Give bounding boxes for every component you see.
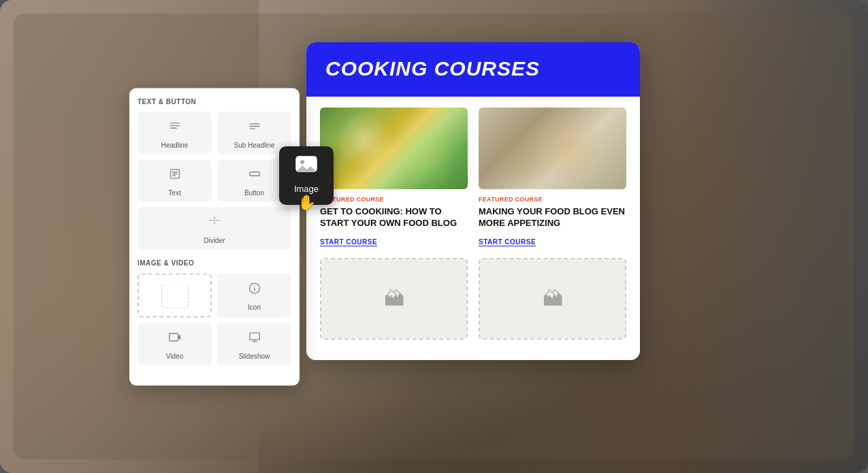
text-icon [167,166,182,186]
placeholder-mountain-3: 🏔 [384,287,404,310]
svg-rect-19 [249,333,259,340]
course-card-3: 🏔 [320,258,468,346]
divider-svg [207,214,222,229]
image-video-section: IMAGE & VIDEO Icon [138,259,291,365]
site-preview: COOKING COURSES Featured Course GET TO C… [306,42,640,360]
image-video-title: IMAGE & VIDEO [138,259,291,266]
svg-point-16 [254,285,255,286]
image-drag-svg [295,156,317,175]
icon-label: Icon [248,304,261,311]
sub-headline-svg [247,118,262,133]
video-svg [167,329,182,344]
drag-tooltip-label: Image [294,184,319,194]
course-2-name: MAKING YOUR FOOD BLOG EVEN MORE APPETIZI… [479,206,626,229]
text-button-grid: Headline Sub Headline [138,112,291,249]
button-icon [247,166,262,186]
sub-headline-icon [247,118,262,138]
site-content: Featured Course GET TO COOKIING: HOW TO … [306,97,640,360]
headline-item[interactable]: Headline [138,112,212,154]
divider-icon [207,214,222,233]
course-img-4-placeholder: 🏔 [479,258,626,340]
sub-headline-item[interactable]: Sub Headline [217,112,291,154]
element-panel: TEXT & BUTTON Headline [129,88,300,385]
text-button-title: TEXT & BUTTON [138,97,291,105]
placeholder-3-inner: 🏔 [321,259,466,338]
courses-grid: Featured Course GET TO COOKIING: HOW TO … [320,108,626,346]
video-item[interactable]: Video [138,323,212,365]
sub-headline-label: Sub Headline [234,141,274,148]
course-img-3-placeholder: 🏔 [320,258,468,340]
course-1-cta[interactable]: START COURSE [320,238,377,246]
button-label: Button [244,189,264,196]
text-item[interactable]: Text [138,159,212,201]
course-2-tag: Featured Course [479,196,626,203]
placeholder-mountain-4: 🏔 [543,287,563,310]
course-card-1: Featured Course GET TO COOKIING: HOW TO … [320,108,468,247]
drag-image-icon [295,156,317,180]
course-2-cta[interactable]: START COURSE [479,238,536,246]
image-placeholder-item[interactable] [138,273,212,317]
headline-svg [167,118,182,133]
svg-rect-10 [249,172,259,176]
headline-icon [167,118,182,138]
course-img-2 [479,108,626,189]
icon-item[interactable]: Icon [217,273,291,317]
drag-cursor-icon: ✋ [298,194,316,212]
course-1-tag: Featured Course [320,196,468,203]
text-svg [167,166,182,181]
slideshow-item[interactable]: Slideshow [217,323,291,365]
svg-marker-12 [214,217,215,218]
slideshow-icon [247,329,262,349]
course-1-name: GET TO COOKIING: HOW TO START YOUR OWN F… [320,206,468,229]
main-wrapper: TEXT & BUTTON Headline [14,14,854,459]
button-svg [247,166,262,181]
site-header: COOKING COURSES [306,42,640,97]
headline-label: Headline [161,141,188,148]
text-button-section: TEXT & BUTTON Headline [138,97,291,249]
divider-label: Divider [204,236,225,244]
course-img-1 [320,108,468,189]
image-placeholder-box [161,284,189,308]
course-card-4: 🏔 [479,258,626,346]
slideshow-label: Slideshow [239,352,270,359]
icon-icon [247,281,262,301]
video-icon [167,329,182,349]
info-svg [247,281,262,296]
svg-point-24 [300,160,304,164]
placeholder-4-inner: 🏔 [480,259,625,338]
video-label: Video [166,352,183,359]
site-title: COOKING COURSES [325,57,621,80]
drag-tooltip: Image ✋ [279,146,334,205]
slideshow-svg [247,329,262,344]
image-video-grid: Icon Video [138,273,291,365]
divider-item[interactable]: Divider [138,207,291,249]
svg-marker-13 [214,222,215,223]
text-label: Text [168,189,180,196]
svg-rect-17 [169,333,178,341]
course-card-2: Featured Course MAKING YOUR FOOD BLOG EV… [479,108,626,247]
